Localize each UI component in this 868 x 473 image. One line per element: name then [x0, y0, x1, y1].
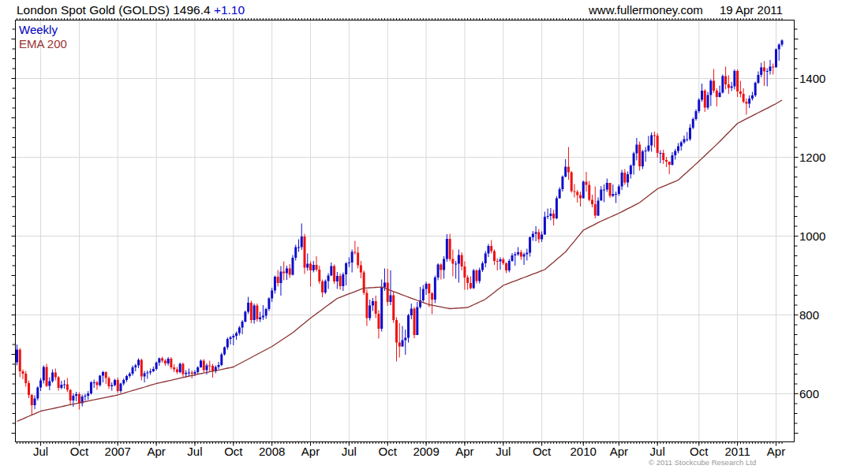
candle-body	[179, 364, 181, 373]
candle-body	[751, 95, 754, 99]
x-axis-label: Oct	[533, 445, 552, 458]
candle-body	[526, 253, 528, 255]
candle-body	[120, 384, 122, 392]
candle-body	[149, 371, 152, 373]
candle-body	[689, 128, 691, 140]
x-axis-label: Jul	[650, 445, 665, 458]
candle-body	[686, 140, 688, 140]
x-axis-label: Jul	[342, 445, 357, 458]
candle-body	[230, 337, 232, 339]
x-axis-label: Apr	[767, 445, 785, 458]
candle-body	[51, 373, 54, 382]
candle-body	[662, 153, 664, 160]
candle-body	[594, 204, 597, 216]
candle-body	[719, 93, 721, 98]
candle-body	[69, 390, 72, 401]
candle-body	[458, 255, 460, 264]
candle-body	[745, 102, 747, 104]
candle-body	[541, 235, 543, 240]
candle-body	[769, 67, 771, 72]
candle-body	[185, 373, 187, 374]
candle-body	[535, 233, 537, 234]
candle-body	[324, 281, 327, 293]
x-axis-label: Apr	[301, 445, 320, 458]
candle-body	[556, 199, 558, 219]
candle-body	[369, 306, 371, 318]
copyright-notice: © 2011 Stockcube Research Ltd	[649, 458, 756, 467]
candle-body	[502, 259, 504, 263]
candle-body	[434, 277, 436, 300]
legend-timeframe: Weekly	[19, 23, 58, 36]
candle-body	[473, 270, 475, 289]
candle-body	[493, 251, 496, 262]
candle-body	[43, 367, 45, 381]
candle-body	[713, 81, 715, 91]
candle-body	[748, 99, 750, 104]
candle-body	[137, 360, 140, 366]
y-axis-label: 1200	[799, 151, 825, 164]
candle-body	[416, 307, 418, 336]
candle-body	[244, 312, 246, 322]
candle-body	[196, 367, 199, 372]
candle-body	[692, 119, 694, 128]
x-axis-label: Oct	[379, 445, 398, 458]
candle-body	[623, 173, 626, 183]
candle-body	[122, 380, 125, 384]
candle-body	[600, 190, 602, 201]
candle-body	[481, 263, 484, 270]
candle-body	[529, 237, 531, 253]
candle-body	[677, 147, 679, 151]
candle-body	[191, 373, 193, 374]
candle-body	[297, 248, 300, 248]
candle-body	[446, 239, 448, 259]
candle-body	[377, 314, 380, 329]
candle-body	[606, 183, 608, 190]
x-axis-label: Jul	[187, 445, 202, 458]
candle-body	[487, 246, 489, 254]
candle-body	[19, 350, 21, 372]
candle-body	[167, 359, 170, 363]
candle-body	[407, 315, 410, 338]
x-axis-label: 2008	[259, 445, 285, 458]
candle-body	[365, 293, 368, 318]
candle-body	[582, 182, 585, 199]
candle-body	[564, 167, 567, 177]
candle-body	[736, 71, 739, 91]
candle-body	[398, 343, 401, 347]
legend-ema-200: EMA 200	[19, 37, 67, 50]
candle-body	[256, 306, 258, 320]
y-axis-label: 800	[799, 308, 819, 322]
y-axis-label: 600	[799, 387, 819, 400]
candle-body	[78, 394, 80, 404]
candle-body	[274, 277, 276, 291]
candle-body	[701, 91, 703, 100]
candle-body	[134, 366, 137, 368]
candle-body	[363, 273, 365, 293]
candle-body	[200, 361, 202, 368]
candle-body	[321, 281, 324, 292]
y-axis-label: 1000	[799, 229, 825, 243]
candle-body	[360, 266, 362, 273]
candle-body	[633, 154, 635, 166]
candle-body	[573, 192, 575, 192]
candle-body	[544, 217, 546, 235]
candle-body	[653, 136, 656, 136]
candle-body	[158, 359, 160, 363]
candle-body	[757, 75, 759, 83]
candle-body	[547, 216, 549, 217]
candle-body	[754, 83, 757, 95]
candle-body	[146, 373, 148, 374]
candle-body	[463, 266, 466, 277]
candle-body	[707, 95, 709, 108]
candle-body	[282, 272, 285, 274]
candle-body	[265, 309, 268, 316]
candle-body	[259, 318, 261, 320]
candle-body	[176, 370, 178, 373]
gold-chart-page: London Spot Gold (GOLDS) 1496.4 +1.10 ww…	[0, 0, 868, 473]
candle-body	[193, 372, 196, 374]
candle-body	[262, 316, 264, 318]
candle-body	[704, 91, 706, 108]
candle-body	[238, 328, 241, 333]
candle-body	[630, 166, 632, 174]
candle-body	[301, 236, 303, 248]
